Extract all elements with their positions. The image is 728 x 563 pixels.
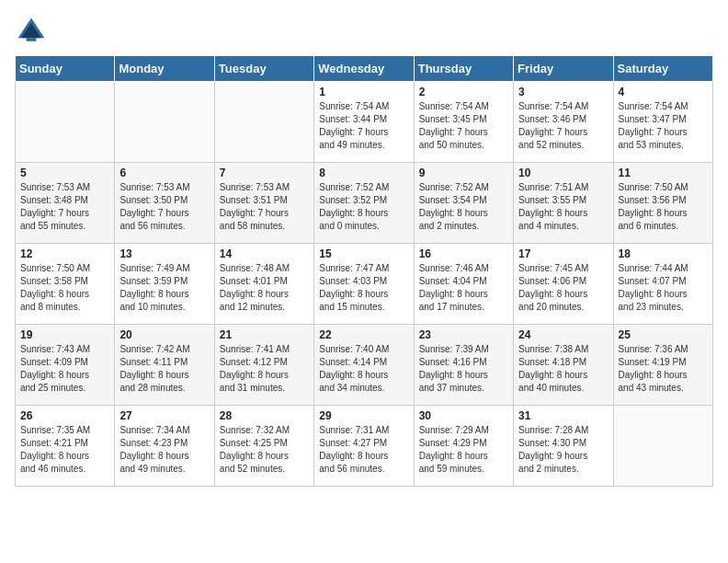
day-info: Sunrise: 7:47 AM Sunset: 4:03 PM Dayligh… [319,262,408,314]
day-info: Sunrise: 7:50 AM Sunset: 3:56 PM Dayligh… [619,181,708,233]
calendar-cell: 16Sunrise: 7:46 AM Sunset: 4:04 PM Dayli… [414,244,513,325]
day-info: Sunrise: 7:52 AM Sunset: 3:52 PM Dayligh… [319,181,408,233]
day-number: 21 [220,328,309,341]
day-number: 10 [518,167,608,179]
day-number: 8 [319,167,408,179]
day-info: Sunrise: 7:54 AM Sunset: 3:46 PM Dayligh… [518,100,608,152]
header-tuesday: Tuesday [214,56,313,82]
calendar-cell: 12Sunrise: 7:50 AM Sunset: 3:58 PM Dayli… [16,244,115,325]
calendar-cell [214,82,313,163]
day-number: 22 [319,328,408,341]
logo-icon [15,15,48,48]
calendar-cell: 29Sunrise: 7:31 AM Sunset: 4:27 PM Dayli… [314,406,414,487]
header-friday: Friday [514,56,613,82]
calendar-cell: 2Sunrise: 7:54 AM Sunset: 3:45 PM Daylig… [414,82,513,163]
calendar-cell: 20Sunrise: 7:42 AM Sunset: 4:11 PM Dayli… [115,325,214,406]
day-info: Sunrise: 7:52 AM Sunset: 3:54 PM Dayligh… [419,181,508,233]
day-info: Sunrise: 7:49 AM Sunset: 3:59 PM Dayligh… [119,262,209,314]
day-info: Sunrise: 7:41 AM Sunset: 4:12 PM Dayligh… [220,343,309,395]
day-number: 7 [220,167,309,179]
day-number: 26 [20,409,109,422]
day-info: Sunrise: 7:45 AM Sunset: 4:06 PM Dayligh… [518,262,608,314]
svg-rect-2 [27,38,37,41]
calendar-week-3: 12Sunrise: 7:50 AM Sunset: 3:58 PM Dayli… [16,244,713,325]
day-number: 9 [419,167,508,179]
calendar-cell: 18Sunrise: 7:44 AM Sunset: 4:07 PM Dayli… [613,244,712,325]
day-number: 13 [119,247,209,260]
day-info: Sunrise: 7:44 AM Sunset: 4:07 PM Dayligh… [619,262,708,314]
calendar-cell: 19Sunrise: 7:43 AM Sunset: 4:09 PM Dayli… [16,325,115,406]
calendar-cell: 1Sunrise: 7:54 AM Sunset: 3:44 PM Daylig… [314,82,414,163]
calendar-cell: 6Sunrise: 7:53 AM Sunset: 3:50 PM Daylig… [115,163,214,244]
day-info: Sunrise: 7:53 AM Sunset: 3:51 PM Dayligh… [220,181,309,233]
calendar-cell: 7Sunrise: 7:53 AM Sunset: 3:51 PM Daylig… [214,163,313,244]
day-info: Sunrise: 7:39 AM Sunset: 4:16 PM Dayligh… [419,343,508,395]
day-number: 19 [20,328,109,341]
day-info: Sunrise: 7:32 AM Sunset: 4:25 PM Dayligh… [220,424,309,476]
day-info: Sunrise: 7:51 AM Sunset: 3:55 PM Dayligh… [518,181,608,233]
day-number: 6 [119,167,209,179]
day-info: Sunrise: 7:36 AM Sunset: 4:19 PM Dayligh… [619,343,708,395]
calendar-cell: 15Sunrise: 7:47 AM Sunset: 4:03 PM Dayli… [314,244,414,325]
calendar-cell: 13Sunrise: 7:49 AM Sunset: 3:59 PM Dayli… [115,244,214,325]
day-number: 18 [619,247,708,260]
calendar-cell: 14Sunrise: 7:48 AM Sunset: 4:01 PM Dayli… [214,244,313,325]
calendar-cell: 4Sunrise: 7:54 AM Sunset: 3:47 PM Daylig… [613,82,712,163]
day-info: Sunrise: 7:34 AM Sunset: 4:23 PM Dayligh… [119,424,209,476]
day-info: Sunrise: 7:29 AM Sunset: 4:29 PM Dayligh… [419,424,508,476]
day-info: Sunrise: 7:53 AM Sunset: 3:50 PM Dayligh… [119,181,209,233]
calendar-cell [613,406,712,487]
day-number: 11 [619,167,708,179]
day-number: 25 [619,328,708,341]
day-info: Sunrise: 7:43 AM Sunset: 4:09 PM Dayligh… [20,343,109,395]
page-header [15,15,713,48]
day-number: 30 [419,409,508,422]
calendar-cell: 10Sunrise: 7:51 AM Sunset: 3:55 PM Dayli… [514,163,613,244]
header-sunday: Sunday [16,56,115,82]
day-number: 23 [419,328,508,341]
day-info: Sunrise: 7:42 AM Sunset: 4:11 PM Dayligh… [119,343,209,395]
calendar-cell: 25Sunrise: 7:36 AM Sunset: 4:19 PM Dayli… [613,325,712,406]
calendar-week-2: 5Sunrise: 7:53 AM Sunset: 3:48 PM Daylig… [16,163,713,244]
header-monday: Monday [115,56,214,82]
day-info: Sunrise: 7:46 AM Sunset: 4:04 PM Dayligh… [419,262,508,314]
day-number: 15 [319,247,408,260]
calendar-cell: 3Sunrise: 7:54 AM Sunset: 3:46 PM Daylig… [514,82,613,163]
calendar-table: SundayMondayTuesdayWednesdayThursdayFrid… [15,55,713,487]
logo [15,15,51,48]
day-number: 3 [518,86,608,98]
header-wednesday: Wednesday [314,56,414,82]
day-info: Sunrise: 7:35 AM Sunset: 4:21 PM Dayligh… [20,424,109,476]
calendar-cell: 28Sunrise: 7:32 AM Sunset: 4:25 PM Dayli… [214,406,313,487]
day-number: 2 [419,86,508,98]
day-info: Sunrise: 7:54 AM Sunset: 3:44 PM Dayligh… [319,100,408,152]
calendar-cell: 31Sunrise: 7:28 AM Sunset: 4:30 PM Dayli… [514,406,613,487]
day-info: Sunrise: 7:54 AM Sunset: 3:45 PM Dayligh… [419,100,508,152]
day-info: Sunrise: 7:53 AM Sunset: 3:48 PM Dayligh… [20,181,109,233]
calendar-week-1: 1Sunrise: 7:54 AM Sunset: 3:44 PM Daylig… [16,82,713,163]
day-info: Sunrise: 7:50 AM Sunset: 3:58 PM Dayligh… [20,262,109,314]
calendar-cell: 21Sunrise: 7:41 AM Sunset: 4:12 PM Dayli… [214,325,313,406]
day-info: Sunrise: 7:31 AM Sunset: 4:27 PM Dayligh… [319,424,408,476]
day-number: 16 [419,247,508,260]
calendar-cell: 11Sunrise: 7:50 AM Sunset: 3:56 PM Dayli… [613,163,712,244]
day-number: 14 [220,247,309,260]
day-number: 20 [119,328,209,341]
day-info: Sunrise: 7:38 AM Sunset: 4:18 PM Dayligh… [518,343,608,395]
calendar-cell: 30Sunrise: 7:29 AM Sunset: 4:29 PM Dayli… [414,406,513,487]
calendar-week-5: 26Sunrise: 7:35 AM Sunset: 4:21 PM Dayli… [16,406,713,487]
day-number: 17 [518,247,608,260]
calendar-cell [16,82,115,163]
day-info: Sunrise: 7:54 AM Sunset: 3:47 PM Dayligh… [619,100,708,152]
calendar-cell: 26Sunrise: 7:35 AM Sunset: 4:21 PM Dayli… [16,406,115,487]
calendar-cell: 24Sunrise: 7:38 AM Sunset: 4:18 PM Dayli… [514,325,613,406]
header-thursday: Thursday [414,56,513,82]
header-saturday: Saturday [613,56,712,82]
calendar-cell: 9Sunrise: 7:52 AM Sunset: 3:54 PM Daylig… [414,163,513,244]
calendar-header-row: SundayMondayTuesdayWednesdayThursdayFrid… [16,56,713,82]
day-number: 24 [518,328,608,341]
day-number: 4 [619,86,708,98]
day-number: 5 [20,167,109,179]
day-info: Sunrise: 7:40 AM Sunset: 4:14 PM Dayligh… [319,343,408,395]
calendar-cell: 8Sunrise: 7:52 AM Sunset: 3:52 PM Daylig… [314,163,414,244]
